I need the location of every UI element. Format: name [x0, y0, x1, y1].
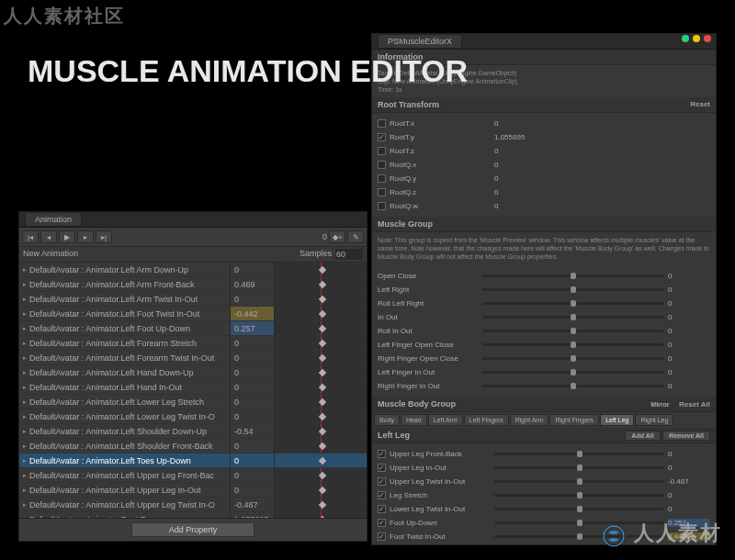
- muscle-value[interactable]: 0: [668, 341, 710, 349]
- key-row[interactable]: [275, 454, 367, 468]
- track-value[interactable]: 0: [231, 263, 274, 277]
- slider[interactable]: [482, 288, 664, 291]
- chevron-right-icon[interactable]: ▸: [23, 325, 27, 332]
- root-reset-button[interactable]: Reset: [690, 100, 710, 109]
- checkbox[interactable]: [378, 519, 386, 527]
- key-row[interactable]: [275, 321, 367, 336]
- track-row[interactable]: ▸DefaultAvatar : Animator.Left Upper Leg…: [19, 483, 230, 498]
- inspector-tab[interactable]: PSMuscleEditorX: [378, 34, 462, 49]
- body-reset-all-button[interactable]: Reset All: [679, 400, 710, 409]
- track-row[interactable]: ▸DefaultAvatar : Animator.Left Hand In-O…: [19, 380, 230, 395]
- keyframe-icon[interactable]: [319, 339, 326, 346]
- keyframe-icon[interactable]: [319, 398, 326, 405]
- track-row[interactable]: ▸DefaultAvatar : Animator.Left Arm Twist…: [19, 292, 230, 307]
- chevron-right-icon[interactable]: ▸: [23, 354, 27, 362]
- keyframe-icon[interactable]: [319, 309, 326, 317]
- maximize-dot[interactable]: [693, 35, 700, 42]
- checkbox[interactable]: [378, 464, 386, 472]
- chevron-right-icon[interactable]: ▸: [23, 281, 27, 288]
- key-row[interactable]: [275, 483, 367, 498]
- chevron-right-icon[interactable]: ▸: [23, 266, 27, 274]
- leg-prop-value[interactable]: 0: [668, 491, 710, 499]
- chevron-right-icon[interactable]: ▸: [23, 310, 27, 318]
- prop-value[interactable]: 1.055895: [494, 133, 537, 141]
- checkbox[interactable]: [378, 532, 386, 541]
- slider[interactable]: [482, 357, 664, 360]
- chevron-right-icon[interactable]: ▸: [23, 413, 27, 420]
- prop-value[interactable]: 0: [494, 188, 537, 196]
- keyframe-icon[interactable]: [319, 412, 326, 420]
- add-event-button[interactable]: ✎: [347, 230, 364, 243]
- leg-prop-value[interactable]: 0: [668, 450, 710, 458]
- keyframe-icon[interactable]: [319, 427, 326, 434]
- body-tab[interactable]: Body: [374, 414, 400, 426]
- track-value[interactable]: 0: [231, 409, 274, 424]
- key-row[interactable]: [275, 263, 367, 277]
- minimize-dot[interactable]: [682, 35, 689, 42]
- animation-tab[interactable]: Animation: [25, 212, 82, 227]
- muscle-value[interactable]: 0: [668, 313, 710, 321]
- keyframe-icon[interactable]: [319, 471, 326, 478]
- leg-prop-value[interactable]: 0: [668, 464, 710, 472]
- body-tab[interactable]: Right Leg: [635, 414, 673, 426]
- track-value[interactable]: 0: [231, 380, 274, 395]
- track-value[interactable]: 0.469: [231, 277, 274, 292]
- key-row[interactable]: [275, 512, 367, 518]
- key-row[interactable]: [275, 277, 367, 292]
- slider[interactable]: [482, 316, 664, 319]
- checkbox[interactable]: [378, 477, 386, 486]
- muscle-value[interactable]: 0: [668, 286, 710, 294]
- track-row[interactable]: ▸DefaultAvatar : Animator.Left Toes Up-D…: [19, 454, 230, 468]
- keyframe-icon[interactable]: [319, 383, 326, 390]
- key-row[interactable]: [275, 498, 367, 512]
- body-tab[interactable]: Right Fingers: [549, 414, 599, 426]
- track-value[interactable]: 0: [231, 468, 274, 483]
- chevron-right-icon[interactable]: ▸: [23, 428, 27, 435]
- track-value[interactable]: 0: [231, 439, 274, 454]
- key-row[interactable]: [275, 336, 367, 351]
- chevron-right-icon[interactable]: ▸: [23, 398, 27, 406]
- muscle-value[interactable]: 0: [668, 327, 710, 335]
- prop-value[interactable]: 0: [494, 161, 537, 169]
- key-row[interactable]: [275, 468, 367, 483]
- body-tab[interactable]: Head: [401, 414, 427, 426]
- keyframe-icon[interactable]: [319, 515, 326, 518]
- checkbox[interactable]: [378, 174, 386, 183]
- add-key-button[interactable]: ◆+: [329, 230, 345, 243]
- keyframe-icon[interactable]: [319, 368, 326, 375]
- slider[interactable]: [482, 371, 664, 374]
- track-row[interactable]: ▸DefaultAvatar : Animator.Left Shoulder …: [19, 439, 230, 454]
- track-value[interactable]: -0.442: [231, 307, 274, 321]
- track-row[interactable]: ▸DefaultAvatar : Animator.Left Upper Leg…: [19, 498, 230, 512]
- slider[interactable]: [482, 343, 664, 346]
- track-row[interactable]: ▸DefaultAvatar : Animator.Left Shoulder …: [19, 424, 230, 439]
- slider[interactable]: [494, 494, 664, 497]
- chevron-right-icon[interactable]: ▸: [23, 340, 27, 347]
- chevron-right-icon[interactable]: ▸: [23, 442, 27, 450]
- key-row[interactable]: [275, 292, 367, 307]
- prop-value[interactable]: 0: [494, 174, 537, 183]
- body-tab[interactable]: Right Arm: [510, 414, 549, 426]
- track-row[interactable]: ▸DefaultAvatar : Animator.Left Upper Leg…: [19, 468, 230, 483]
- chevron-right-icon[interactable]: ▸: [23, 472, 27, 479]
- track-value[interactable]: 0: [231, 336, 274, 351]
- slider[interactable]: [482, 330, 664, 332]
- checkbox[interactable]: [378, 505, 386, 513]
- keyframe-icon[interactable]: [319, 442, 326, 449]
- muscle-value[interactable]: 0: [668, 382, 710, 390]
- slider[interactable]: [494, 508, 664, 510]
- slider[interactable]: [482, 385, 664, 387]
- body-tab[interactable]: Left Fingers: [464, 414, 509, 426]
- body-tab[interactable]: Left Leg: [600, 414, 634, 426]
- slider[interactable]: [494, 466, 664, 469]
- checkbox[interactable]: [378, 491, 386, 499]
- slider[interactable]: [482, 274, 664, 277]
- checkbox[interactable]: [378, 147, 386, 155]
- chevron-right-icon[interactable]: ▸: [23, 384, 27, 391]
- track-value[interactable]: 0: [231, 454, 274, 468]
- muscle-value[interactable]: 0: [668, 299, 710, 308]
- remove-all-button[interactable]: Remove All: [662, 431, 710, 441]
- key-row[interactable]: [275, 424, 367, 439]
- track-row[interactable]: ▸DefaultAvatar : Animator.Left Lower Leg…: [19, 395, 230, 409]
- close-dot[interactable]: [704, 35, 711, 42]
